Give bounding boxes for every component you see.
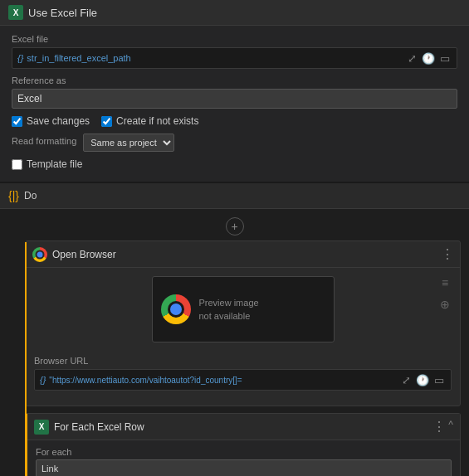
excel-file-actions: ⤢ 🕐 ▭ [405,51,452,65]
for-each-label: For each [36,447,452,457]
excel-file-input-row: {} str_in_filtered_excel_path ⤢ 🕐 ▭ [12,47,457,69]
do-icon: {|} [8,189,19,202]
open-browser-header: Open Browser ⋮ [26,241,460,268]
side-icons: ≡ ⊕ [440,276,450,311]
expr-icon-excel: {} [17,53,23,63]
open-browser-block: Open Browser ⋮ Preview image not availab… [25,240,461,406]
do-title: Do [24,190,37,202]
preview-area: Preview image not available ≡ ⊕ [26,268,460,351]
reference-as-input[interactable]: Excel [12,89,457,109]
do-section: {|} Do + Open Browser ⋮ Preview image no… [0,183,469,476]
collapse-button[interactable]: ^ [448,419,453,435]
excel-file-label: Excel file [12,34,457,44]
create-if-not-exists-checkbox[interactable] [101,116,112,127]
browser-url-label: Browser URL [34,356,452,366]
save-changes-item: Save changes [12,115,90,127]
template-file-row: Template file [12,158,457,170]
browser-url-actions: ⤢ 🕐 ▭ [399,373,446,386]
clock-icon[interactable]: 🕐 [422,51,435,65]
preview-text: Preview image not available [199,296,259,323]
excel-icon: X [8,5,23,20]
for-each-actions: ⋮ ^ [432,419,453,435]
url-section: Browser URL {} "https://www.nettiauto.co… [26,351,460,406]
template-file-label: Template file [27,158,82,170]
for-each-excel-row-block: X For Each Excel Row ⋮ ^ For each Link I… [25,413,461,476]
do-header: {|} Do [0,183,469,209]
for-each-menu[interactable]: ⋮ [432,419,445,435]
for-each-body: For each Link In range {} Excel.Sheet("S… [27,440,460,476]
use-excel-file-title: Use Excel File [28,7,97,19]
reference-as-value: Excel [17,93,42,104]
read-formatting-label: Read formatting [12,136,76,146]
for-each-value-row: Link [36,459,452,476]
preview-box: Preview image not available [152,276,335,342]
resize-icon[interactable]: ⤢ [405,51,418,65]
template-file-checkbox[interactable] [12,159,22,170]
for-each-title: For Each Excel Row [54,421,427,433]
expr-icon-url: {} [40,375,46,385]
create-if-not-exists-item: Create if not exists [101,115,198,127]
open-browser-menu[interactable]: ⋮ [441,246,453,262]
resize-icon-url[interactable]: ⤢ [399,373,413,386]
preview-text-line2: not available [199,309,259,323]
checkboxes-row: Save changes Create if not exists [12,115,457,127]
folder-icon-url[interactable]: ▭ [432,373,446,386]
excel-icon-foreach: X [34,420,49,435]
browser-url-value: "https://www.nettiauto.com/vaihtoautot?i… [49,376,396,385]
chrome-icon [32,247,47,262]
for-each-value: Link [42,464,58,474]
list-icon[interactable]: ≡ [442,276,448,289]
reference-as-label: Reference as [12,75,457,85]
browser-url-input-row: {} "https://www.nettiauto.com/vaihtoauto… [34,369,452,391]
plus-button[interactable]: + [226,217,244,236]
use-excel-file-body: Excel file {} str_in_filtered_excel_path… [0,26,469,183]
target-icon[interactable]: ⊕ [440,298,450,311]
save-changes-checkbox[interactable] [12,116,22,127]
read-formatting-select[interactable]: Same as project Always read Never read [83,134,174,152]
use-excel-file-section: X Use Excel File Excel file {} str_in_fi… [0,0,469,183]
preview-chrome-icon [161,294,191,324]
clock-icon-url[interactable]: 🕐 [416,373,429,386]
create-if-not-exists-label: Create if not exists [116,115,198,127]
preview-text-line1: Preview image [199,296,259,310]
excel-file-value: str_in_filtered_excel_path [27,53,402,63]
open-browser-title: Open Browser [52,249,436,260]
for-each-header: X For Each Excel Row ⋮ ^ [27,414,460,440]
read-formatting-row: Read formatting Same as project Always r… [12,134,457,152]
save-changes-label: Save changes [27,115,90,127]
use-excel-file-header: X Use Excel File [0,0,469,26]
folder-icon[interactable]: ▭ [438,51,452,65]
